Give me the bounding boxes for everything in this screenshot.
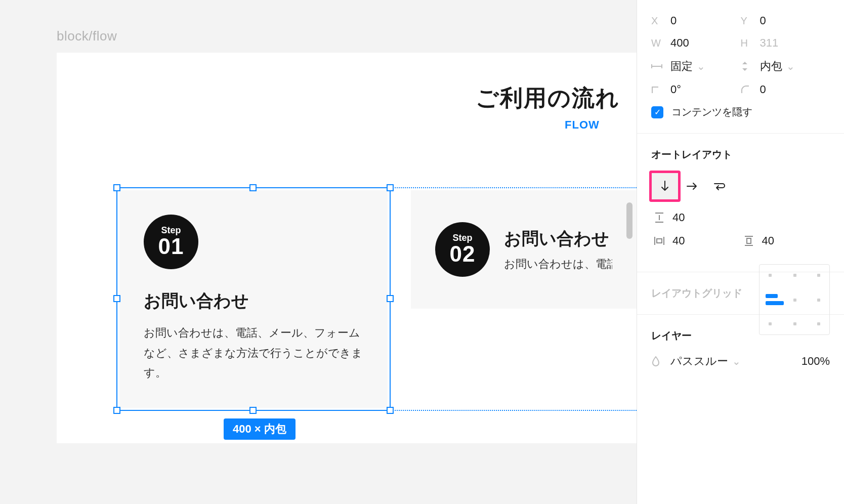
card-step-01[interactable]: Step 01 お問い合わせ お問い合わせは、電話、メール、フォームなど、さまざ… [119,190,388,408]
padding-vertical-icon [741,235,757,246]
arrow-wrap-icon [713,181,726,191]
scrollbar-thumb[interactable] [626,202,632,239]
resize-handle-bm[interactable] [249,407,257,414]
arrow-right-icon [686,181,698,191]
width-mode-select[interactable]: 固定 [670,59,693,74]
h-label: H [741,37,757,49]
direction-horizontal-button[interactable] [679,173,706,200]
card-description: お問い合わせは、電話、メール、フォームなど、さまざまな方法で行うことができます。 [144,323,363,383]
step-badge-01: Step 01 [144,215,198,269]
resize-handle-mr[interactable] [387,295,394,302]
radius-input[interactable]: 0 [760,83,766,96]
x-input[interactable]: 0 [670,14,677,27]
height-mode-icon [741,61,757,71]
y-label: Y [741,15,757,27]
auto-layout-title: オートレイアウト [651,148,830,161]
card-title: お問い合わせ [144,289,363,313]
arrow-down-icon [660,180,670,192]
card-description: お問い合わせは、電話 [504,257,612,272]
inspector-panel: X 0 Y 0 W 400 H 311 固定 [637,0,844,504]
w-input[interactable]: 400 [670,36,689,50]
chevron-down-icon: ⌄ [697,60,705,72]
padding-horizontal-input[interactable]: 40 [672,234,685,247]
w-label: W [651,37,667,49]
resize-handle-bl[interactable] [113,407,120,414]
gap-input[interactable]: 40 [672,211,685,224]
clip-content-label: コンテンツを隠す [671,105,752,119]
section-auto-layout: オートレイアウト 40 [637,134,844,272]
section-transform: X 0 Y 0 W 400 H 311 固定 [637,0,844,134]
resize-handle-tr[interactable] [387,184,394,191]
chevron-down-icon: ⌄ [786,60,795,72]
card-title: お問い合わせ [504,227,612,250]
breadcrumb: block/flow [57,28,117,44]
height-mode-select[interactable]: 内包 [760,59,782,74]
resize-handle-br[interactable] [387,407,394,414]
canvas-area[interactable]: block/flow ご利用の流れ FLOW Step 01 お問い合わせ お問… [0,0,637,504]
padding-vertical-input[interactable]: 40 [762,234,774,247]
chevron-down-icon: ⌄ [732,355,741,367]
step-badge-02: Step 02 [435,222,490,277]
opacity-input[interactable]: 100% [801,355,830,368]
selection-size-badge: 400 × 内包 [224,418,296,440]
padding-horizontal-icon [651,236,667,246]
blend-mode-select[interactable]: パススルー [670,354,728,369]
rotation-icon [651,85,667,94]
corner-radius-icon [741,85,757,94]
gap-vertical-icon [651,212,667,223]
rotation-input[interactable]: 0° [670,83,681,96]
card-step-02[interactable]: Step 02 お問い合わせ お問い合わせは、電話 [411,190,637,309]
step-number: 01 [158,234,184,259]
direction-wrap-button[interactable] [706,173,733,200]
blend-mode-icon [651,356,667,367]
width-mode-icon [651,63,667,70]
step-number: 02 [450,241,476,267]
h-input[interactable]: 311 [760,36,779,50]
clip-content-checkbox[interactable]: ✓ [651,106,663,118]
artboard[interactable]: ご利用の流れ FLOW Step 01 お問い合わせ お問い合わせは、電話、メー… [57,53,637,443]
artboard-title: ご利用の流れ [476,83,620,113]
artboard-subtitle: FLOW [565,118,600,132]
alignment-grid[interactable] [759,264,830,335]
y-input[interactable]: 0 [760,14,766,27]
x-label: X [651,15,667,27]
direction-vertical-button[interactable] [651,173,679,200]
